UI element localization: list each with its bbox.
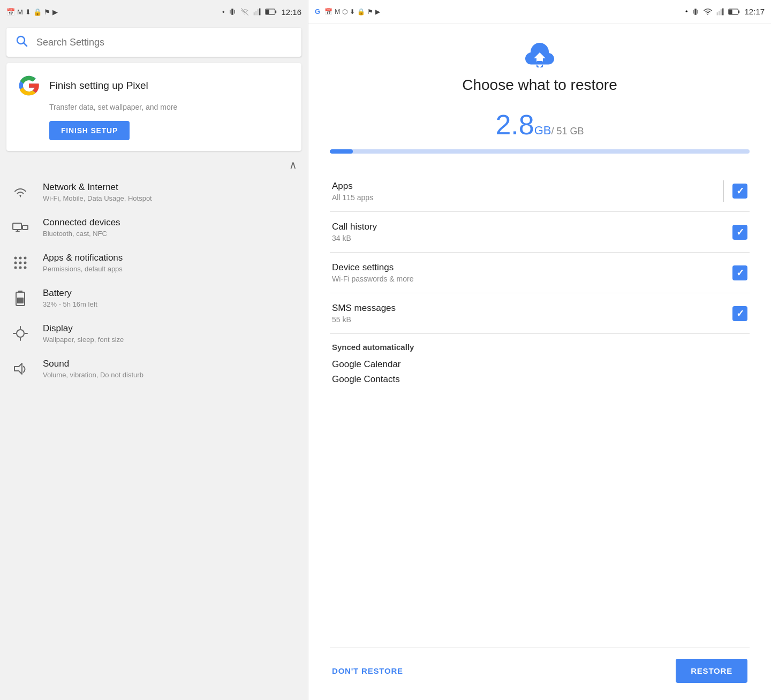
settings-item-connected[interactable]: Connected devices Bluetooth, cast, NFC — [0, 210, 308, 245]
connected-text: Connected devices Bluetooth, cast, NFC — [43, 217, 120, 238]
storage-total: / 51 GB — [551, 126, 584, 136]
svg-point-17 — [14, 257, 17, 260]
svg-rect-37 — [698, 10, 698, 13]
setup-title: Finish setting up Pixel — [49, 80, 148, 92]
restore-items-list: Apps All 115 apps ✓ Call history 34 kB ✓ — [330, 171, 750, 643]
settings-list: Network & Internet Wi-Fi, Mobile, Data U… — [0, 174, 308, 700]
play-icon: ▶ — [52, 8, 58, 16]
sound-text: Sound Volume, vibration, Do not disturb — [43, 359, 143, 379]
svg-rect-0 — [232, 9, 234, 15]
restore-device-sub: Wi-Fi passwords & more — [332, 275, 413, 283]
right-status-right: • 12:17 — [685, 7, 765, 16]
download-icon: ⬇ — [25, 8, 31, 16]
svg-rect-13 — [13, 223, 21, 230]
google-logo — [17, 74, 41, 97]
r-vibrate-icon — [692, 8, 699, 16]
device-checkbox[interactable]: ✓ — [732, 265, 747, 280]
svg-rect-1 — [230, 10, 231, 14]
right-time: 12:17 — [744, 7, 765, 16]
r-gmail-icon: M — [335, 8, 340, 16]
apps-divider — [723, 180, 724, 202]
battery-subtitle: 32% - 5h 16m left — [43, 300, 97, 308]
setup-card-header: Finish setting up Pixel — [17, 74, 291, 97]
restore-item-sms[interactable]: SMS messages 55 kB ✓ — [330, 293, 750, 334]
svg-rect-41 — [723, 8, 724, 15]
svg-rect-8 — [275, 10, 277, 13]
network-title: Network & Internet — [43, 182, 152, 193]
display-text: Display Wallpaper, sleep, font size — [43, 323, 124, 344]
svg-rect-28 — [17, 298, 24, 303]
apps-checkmark: ✓ — [736, 185, 744, 197]
restore-item-apps[interactable]: Apps All 115 apps ✓ — [330, 171, 750, 212]
restore-sms-info: SMS messages 55 kB — [332, 303, 396, 324]
svg-rect-44 — [729, 9, 732, 13]
restore-device-label: Device settings — [332, 262, 413, 273]
svg-point-25 — [24, 267, 27, 269]
restore-button[interactable]: RESTORE — [676, 659, 747, 683]
cloud-download-icon — [524, 41, 556, 70]
r-bluetooth-icon: • — [685, 7, 688, 16]
restore-bottom: DON'T RESTORE RESTORE — [330, 648, 750, 700]
collapse-icon[interactable]: ∧ — [289, 158, 297, 171]
svg-rect-38 — [717, 12, 718, 15]
search-input[interactable] — [36, 37, 293, 48]
storage-unit: GB — [534, 124, 551, 137]
restore-apps-right: ✓ — [715, 180, 747, 202]
finish-setup-button[interactable]: FINISH SETUP — [49, 121, 130, 140]
setup-subtitle: Transfer data, set wallpaper, and more — [17, 103, 291, 111]
r-download-icon: ⬇ — [350, 8, 355, 16]
restore-item-device-settings[interactable]: Device settings Wi-Fi passwords & more ✓ — [330, 253, 750, 293]
network-text: Network & Internet Wi-Fi, Mobile, Data U… — [43, 182, 152, 202]
right-status-icons: G 📅 M ⬡ ⬇ 🔒 ⚑ ▶ — [315, 7, 380, 16]
settings-item-battery[interactable]: Battery 32% - 5h 16m left — [0, 280, 308, 316]
search-bar[interactable] — [6, 28, 301, 57]
apps-text: Apps & notifications Permissions, defaul… — [43, 253, 123, 273]
display-subtitle: Wallpaper, sleep, font size — [43, 336, 124, 344]
svg-rect-39 — [719, 11, 720, 15]
r-lock-icon: 🔒 — [357, 8, 365, 16]
restore-item-call-history[interactable]: Call history 34 kB ✓ — [330, 212, 750, 253]
google-icon: G — [315, 7, 320, 16]
svg-rect-27 — [18, 291, 22, 293]
r-wifi-icon — [704, 8, 712, 16]
restore-icon-wrap — [330, 41, 750, 70]
settings-item-network[interactable]: Network & Internet Wi-Fi, Mobile, Data U… — [0, 174, 308, 210]
collapse-row[interactable]: ∧ — [0, 155, 308, 174]
sound-subtitle: Volume, vibration, Do not disturb — [43, 371, 143, 379]
svg-point-29 — [17, 330, 24, 337]
left-status-icons: 📅 M ⬇ 🔒 ⚑ ▶ — [6, 8, 58, 16]
apps-title: Apps & notifications — [43, 253, 123, 263]
battery-icon — [11, 288, 30, 308]
synced-label: Synced automatically — [332, 343, 747, 352]
wifi-icon — [11, 182, 30, 202]
r-play-icon: ▶ — [375, 8, 380, 16]
svg-rect-4 — [256, 11, 257, 15]
svg-marker-34 — [14, 363, 22, 374]
dont-restore-button[interactable]: DON'T RESTORE — [332, 666, 403, 675]
network-subtitle: Wi-Fi, Mobile, Data Usage, Hotspot — [43, 194, 152, 202]
sms-checkbox[interactable]: ✓ — [732, 306, 747, 321]
restore-apps-label: Apps — [332, 181, 373, 192]
r-calendar-icon: 📅 — [324, 8, 332, 16]
settings-item-apps[interactable]: Apps & notifications Permissions, defaul… — [0, 245, 308, 280]
battery-text: Battery 32% - 5h 16m left — [43, 288, 97, 308]
calendar-icon: 📅 — [6, 8, 15, 16]
call-checkbox[interactable]: ✓ — [732, 225, 747, 240]
settings-item-display[interactable]: Display Wallpaper, sleep, font size — [0, 316, 308, 351]
apps-subtitle: Permissions, default apps — [43, 265, 123, 273]
progress-bar — [330, 149, 750, 154]
sms-checkmark: ✓ — [736, 308, 744, 319]
svg-rect-2 — [235, 10, 235, 14]
lock-icon: 🔒 — [33, 8, 42, 16]
restore-apps-info: Apps All 115 apps — [332, 181, 373, 202]
restore-call-label: Call history — [332, 222, 377, 232]
apps-checkbox[interactable]: ✓ — [732, 184, 747, 199]
bluetooth-icon: • — [222, 8, 225, 16]
restore-content: Choose what to restore 2.8GB/ 51 GB Apps… — [308, 24, 771, 700]
synced-contacts: Google Contacts — [332, 372, 747, 387]
svg-rect-9 — [266, 10, 269, 14]
status-bar-left: 📅 M ⬇ 🔒 ⚑ ▶ • 12:16 — [0, 0, 308, 24]
svg-point-24 — [19, 267, 22, 269]
settings-item-sound[interactable]: Sound Volume, vibration, Do not disturb — [0, 351, 308, 386]
devices-icon — [11, 218, 30, 237]
